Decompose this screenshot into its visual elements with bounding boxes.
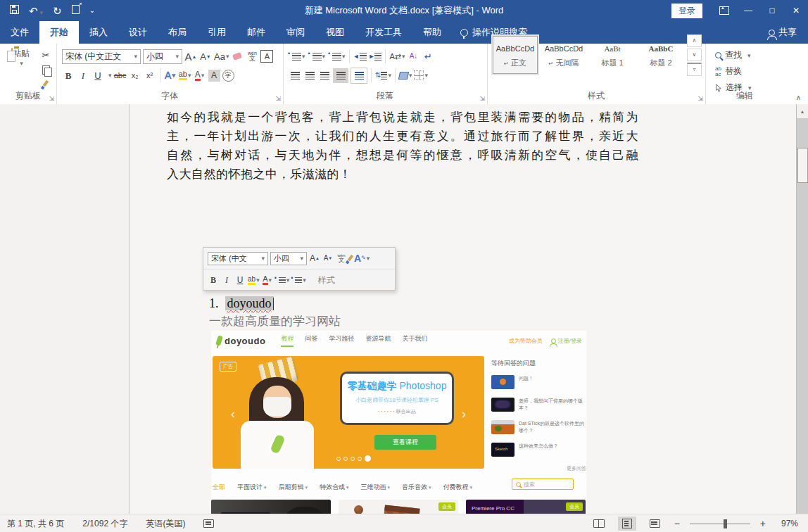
bullets-icon[interactable]: ▾: [289, 49, 305, 63]
mini-shrink-font-icon[interactable]: A▼: [322, 252, 334, 265]
redo-icon[interactable]: ↻: [53, 6, 62, 16]
language-indicator[interactable]: 英语(美国): [146, 518, 185, 530]
tab-layout[interactable]: 布局: [158, 21, 197, 44]
share-button[interactable]: 共享: [769, 21, 808, 44]
underline-icon[interactable]: U: [91, 68, 104, 82]
italic-icon[interactable]: I: [77, 68, 89, 82]
text-highlight-icon[interactable]: ab▾: [179, 68, 191, 82]
styles-gallery-down-icon[interactable]: ∨: [687, 49, 702, 61]
style-heading2[interactable]: AaBbC 标题 2: [638, 36, 683, 74]
font-name-combobox[interactable]: 宋体 (中文正文▾: [62, 49, 141, 64]
minimize-button[interactable]: —: [736, 0, 760, 21]
document-area[interactable]: 如今的我就是一个背包客，背上背包说走就走，背包里装满需要的物品，精简为 主，一年…: [0, 104, 808, 514]
numbering-icon[interactable]: ▾: [308, 49, 326, 63]
paragraph-dialog-launcher[interactable]: ⇲: [479, 95, 485, 102]
cut-icon[interactable]: ✂: [39, 48, 52, 62]
zoom-out-icon[interactable]: −: [674, 518, 680, 529]
style-normal[interactable]: AaBbCcDd ↵ 正文: [493, 36, 538, 74]
distribute-icon[interactable]: [351, 68, 367, 84]
tab-insert[interactable]: 插入: [79, 21, 118, 44]
style-heading1[interactable]: AaBt 标题 1: [590, 36, 635, 74]
input-mode-icon[interactable]: [203, 519, 214, 528]
mini-font-color-icon[interactable]: A▾: [262, 274, 273, 286]
find-button[interactable]: 查找▾: [715, 48, 752, 63]
show-hide-marks-icon[interactable]: ↵: [422, 49, 435, 63]
tab-references[interactable]: 引用: [197, 21, 236, 44]
mini-bold-icon[interactable]: B: [208, 274, 219, 286]
font-color-icon[interactable]: A▾: [194, 68, 206, 82]
copy-icon[interactable]: [42, 65, 50, 76]
close-button[interactable]: ✕: [784, 0, 808, 21]
decrease-indent-icon[interactable]: ◄: [353, 49, 367, 63]
tab-home[interactable]: 开始: [39, 21, 79, 44]
vertical-scrollbar[interactable]: ▲: [796, 104, 808, 514]
tab-developer[interactable]: 开发工具: [355, 21, 412, 44]
text-effects-icon[interactable]: A▾: [164, 68, 177, 82]
font-size-combobox[interactable]: 小四▾: [143, 49, 182, 64]
styles-gallery-up-icon[interactable]: ∧: [687, 34, 702, 47]
borders-icon[interactable]: ▾: [414, 68, 428, 82]
phonetic-guide-icon[interactable]: wén文: [246, 49, 258, 63]
mini-italic-icon[interactable]: I: [221, 274, 232, 286]
zoom-percentage[interactable]: 97%: [776, 519, 798, 528]
mini-bullets-icon[interactable]: ▾: [275, 274, 290, 286]
mini-highlight-icon[interactable]: ab▾: [248, 274, 260, 286]
underline-dropdown-icon[interactable]: ▾: [108, 72, 112, 79]
ribbon-display-options-icon[interactable]: [712, 0, 736, 21]
enclose-characters-icon[interactable]: 字: [222, 70, 234, 82]
web-layout-icon[interactable]: [646, 517, 664, 531]
zoom-slider-thumb[interactable]: [724, 519, 727, 528]
replace-button[interactable]: abac 替换: [715, 64, 752, 79]
undo-icon[interactable]: ↶▾: [29, 6, 43, 16]
style-no-spacing[interactable]: AaBbCcDd ↵ 无间隔: [541, 36, 586, 74]
sign-in-button[interactable]: 登录: [671, 4, 702, 18]
mini-styles-pen-icon[interactable]: A✎▾: [354, 252, 370, 265]
clear-formatting-icon[interactable]: [231, 49, 244, 63]
mini-styles-label[interactable]: 样式: [318, 274, 335, 286]
clipboard-dialog-launcher[interactable]: ⇲: [49, 95, 54, 102]
superscript-icon[interactable]: x²: [144, 68, 156, 82]
collapse-ribbon-icon[interactable]: ∧: [796, 94, 801, 101]
touch-mouse-mode-icon[interactable]: [72, 5, 80, 16]
shrink-font-icon[interactable]: A▼: [199, 49, 212, 63]
subscript-icon[interactable]: x₂: [129, 68, 141, 82]
save-icon[interactable]: [10, 5, 19, 16]
mini-font-size-combobox[interactable]: 小四▾: [270, 252, 307, 265]
font-dialog-launcher[interactable]: ⇲: [275, 95, 281, 102]
character-border-icon[interactable]: A: [260, 50, 273, 63]
align-center-icon[interactable]: [303, 68, 316, 82]
justify-icon[interactable]: [333, 68, 348, 83]
shading-bucket-icon[interactable]: ▾: [399, 68, 412, 82]
tab-help[interactable]: 帮助: [412, 21, 452, 44]
mini-numbering-icon[interactable]: ▾: [291, 274, 306, 286]
mini-underline-icon[interactable]: U: [234, 274, 246, 286]
styles-dialog-launcher[interactable]: ⇲: [697, 95, 703, 102]
grow-font-icon[interactable]: A▲: [184, 49, 197, 63]
bold-icon[interactable]: B: [62, 68, 75, 82]
format-painter-icon[interactable]: [44, 80, 47, 88]
tab-file[interactable]: 文件: [0, 21, 39, 44]
strikethrough-icon[interactable]: abc: [114, 68, 127, 82]
paste-button[interactable]: 粘贴 ▾: [6, 48, 35, 94]
align-left-icon[interactable]: [289, 68, 301, 82]
multilevel-list-icon[interactable]: ▾: [327, 49, 346, 63]
change-case-icon[interactable]: Aa▾: [214, 49, 229, 63]
maximize-button[interactable]: □: [760, 0, 784, 21]
tab-view[interactable]: 视图: [315, 21, 355, 44]
tab-design[interactable]: 设计: [118, 21, 158, 44]
read-mode-icon[interactable]: [590, 517, 608, 531]
word-count[interactable]: 2/1092 个字: [82, 518, 127, 530]
page-indicator[interactable]: 第 1 页, 共 6 页: [7, 518, 64, 530]
mini-font-name-combobox[interactable]: 宋体 (中文▾: [208, 252, 268, 265]
customize-qat-icon[interactable]: ⌄: [89, 7, 95, 14]
mini-grow-font-icon[interactable]: A▲: [309, 252, 320, 265]
print-layout-icon[interactable]: [618, 517, 636, 531]
asian-layout-icon[interactable]: A⇄▾: [389, 49, 405, 63]
scrollbar-thumb[interactable]: [797, 148, 808, 183]
styles-gallery-more-icon[interactable]: ▿: [687, 63, 702, 76]
scroll-up-icon[interactable]: ▲: [797, 104, 808, 118]
increase-indent-icon[interactable]: ►: [369, 49, 382, 63]
zoom-in-icon[interactable]: +: [760, 518, 766, 529]
tab-review[interactable]: 审阅: [276, 21, 315, 44]
align-right-icon[interactable]: [318, 68, 331, 82]
